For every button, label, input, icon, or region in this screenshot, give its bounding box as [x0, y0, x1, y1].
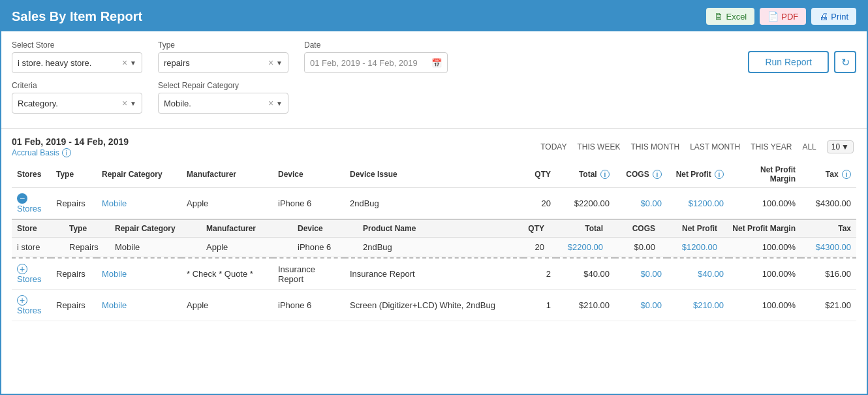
- dth-product-name: Product Name: [358, 220, 517, 238]
- summary-qty-3: 1: [523, 290, 556, 321]
- tab-today[interactable]: TODAY: [540, 142, 566, 151]
- th-device: Device: [273, 161, 345, 188]
- store-dropdown-icon[interactable]: ▼: [130, 59, 136, 67]
- stores-link-1[interactable]: Stores: [17, 204, 42, 213]
- tab-this-month[interactable]: THIS MONTH: [630, 142, 679, 151]
- summary-device-2: Insurance Report: [273, 258, 345, 290]
- summary-total-2: $40.00: [556, 258, 615, 290]
- run-report-button[interactable]: Run Report: [748, 51, 829, 73]
- cogs-info-icon[interactable]: i: [653, 170, 662, 179]
- header-bar: Sales By Item Report 🗎 Excel 📄 PDF 🖨 Pri…: [1, 1, 867, 31]
- summary-row-2: + Stores Repairs Mobile * Check * Quote …: [12, 258, 856, 290]
- stores-link-3[interactable]: Stores: [17, 306, 42, 315]
- summary-qty-2: 2: [523, 258, 556, 290]
- detail-npm-1: 100.00%: [722, 238, 801, 257]
- expand-icon-2[interactable]: +: [17, 264, 27, 274]
- accrual-info-icon[interactable]: i: [62, 148, 71, 157]
- store-filter-group: Select Store i store. heavy store. × ▼: [12, 40, 142, 73]
- dth-type: Type: [64, 220, 110, 238]
- refresh-button[interactable]: ↻: [834, 51, 856, 73]
- print-icon: 🖨: [819, 11, 828, 22]
- filter-row-1: Select Store i store. heavy store. × ▼ T…: [12, 40, 856, 73]
- all-count-select[interactable]: 10 ▼: [827, 140, 854, 153]
- criteria-clear-icon[interactable]: ×: [122, 98, 127, 108]
- detail-qty-1: 20: [517, 238, 550, 257]
- type-value: repairs: [164, 58, 190, 68]
- th-stores: Stores: [12, 161, 51, 188]
- total-info-icon[interactable]: i: [600, 170, 610, 179]
- type-select[interactable]: repairs × ▼: [158, 52, 288, 73]
- summary-table: Stores Type Repair Category Manufacturer…: [12, 161, 856, 321]
- report-section: 01 Feb, 2019 - 14 Feb, 2019 Accrual Basi…: [1, 129, 867, 394]
- criteria-dropdown-icon[interactable]: ▼: [130, 100, 136, 107]
- criteria-value: Rcategory.: [18, 99, 58, 108]
- summary-cogs-1: $0.00: [615, 188, 667, 220]
- detail-cell: Store Type Repair Category Manufacturer …: [12, 219, 856, 258]
- dth-cogs: COGS: [608, 220, 660, 238]
- store-clear-icon[interactable]: ×: [122, 57, 127, 68]
- th-type: Type: [51, 161, 97, 188]
- net-profit-info-icon[interactable]: i: [715, 170, 724, 179]
- tab-all[interactable]: ALL: [802, 142, 816, 151]
- detail-device-1: iPhone 6: [292, 238, 358, 257]
- tax-info-icon[interactable]: i: [842, 170, 851, 179]
- repair-cat-clear-icon[interactable]: ×: [268, 98, 273, 108]
- report-date-range: 01 Feb, 2019 - 14 Feb, 2019: [12, 136, 129, 147]
- tab-last-month[interactable]: LAST MONTH: [690, 142, 740, 151]
- repair-cat-dropdown-icon[interactable]: ▼: [276, 100, 283, 107]
- summary-stores-3: + Stores: [12, 290, 51, 321]
- calendar-icon[interactable]: 📅: [431, 58, 442, 68]
- detail-cogs-1: $0.00: [608, 238, 660, 257]
- summary-npm-2: 100.00%: [729, 258, 801, 290]
- stores-link-2[interactable]: Stores: [17, 274, 42, 284]
- dth-store: Store: [12, 220, 64, 238]
- run-report-area: Run Report ↻: [748, 51, 856, 73]
- summary-repcat-1: Mobile: [97, 188, 181, 220]
- detail-mfg-1: Apple: [201, 238, 292, 257]
- summary-issue-2: Insurance Report: [345, 258, 523, 290]
- summary-stores-1: − Stores: [12, 188, 51, 220]
- date-filter-group: Date 01 Feb, 2019 - 14 Feb, 2019 📅: [304, 40, 448, 73]
- refresh-icon: ↻: [841, 56, 850, 69]
- type-dropdown-icon[interactable]: ▼: [276, 59, 283, 67]
- summary-total-3: $210.00: [556, 290, 615, 321]
- summary-row-3: + Stores Repairs Mobile Apple iPhone 6 S…: [12, 290, 856, 321]
- expand-icon-3[interactable]: +: [17, 295, 27, 306]
- all-count-value: 10: [831, 142, 840, 151]
- date-label: Date: [304, 40, 448, 50]
- header-actions: 🗎 Excel 📄 PDF 🖨 Print: [706, 8, 856, 25]
- detail-type-1: Repairs: [64, 238, 110, 257]
- criteria-select[interactable]: Rcategory. × ▼: [12, 93, 142, 114]
- page-title: Sales By Item Report: [12, 9, 142, 24]
- date-input[interactable]: 01 Feb, 2019 - 14 Feb, 2019 📅: [304, 52, 448, 73]
- summary-repcat-3: Mobile: [97, 290, 181, 321]
- type-clear-icon[interactable]: ×: [268, 57, 273, 68]
- summary-npm-3: 100.00%: [729, 290, 801, 321]
- store-label: Select Store: [12, 40, 142, 50]
- summary-tax-2: $16.00: [801, 258, 856, 290]
- summary-issue-3: Screen (Digitizer+LCD) White, 2ndBug: [345, 290, 523, 321]
- accrual-basis: Accrual Basis i: [12, 148, 129, 157]
- tab-this-week[interactable]: THIS WEEK: [577, 142, 620, 151]
- dth-tax: Tax: [801, 220, 856, 238]
- detail-table: Store Type Repair Category Manufacturer …: [12, 220, 856, 257]
- pdf-button[interactable]: 📄 PDF: [760, 8, 806, 25]
- th-cogs: COGS i: [615, 161, 667, 188]
- tab-this-year[interactable]: THIS YEAR: [751, 142, 792, 151]
- collapse-icon-1[interactable]: −: [17, 193, 27, 204]
- store-select[interactable]: i store. heavy store. × ▼: [12, 52, 142, 73]
- period-tabs: TODAY THIS WEEK THIS MONTH LAST MONTH TH…: [540, 140, 856, 153]
- print-button[interactable]: 🖨 Print: [811, 8, 856, 25]
- store-value: i store. heavy store.: [18, 58, 91, 68]
- dth-net-profit: Net Profit: [660, 220, 722, 238]
- type-label: Type: [158, 40, 288, 50]
- excel-button[interactable]: 🗎 Excel: [706, 8, 754, 25]
- th-tax: Tax i: [801, 161, 856, 188]
- pdf-icon: 📄: [767, 11, 779, 22]
- detail-total-1: $2200.00: [550, 238, 608, 257]
- detail-tax-1: $4300.00: [801, 238, 856, 257]
- repair-cat-select[interactable]: Mobile. × ▼: [158, 93, 288, 114]
- summary-tax-1: $4300.00: [801, 188, 856, 220]
- detail-repcat-1: Mobile: [110, 238, 201, 257]
- summary-cogs-3: $0.00: [615, 290, 667, 321]
